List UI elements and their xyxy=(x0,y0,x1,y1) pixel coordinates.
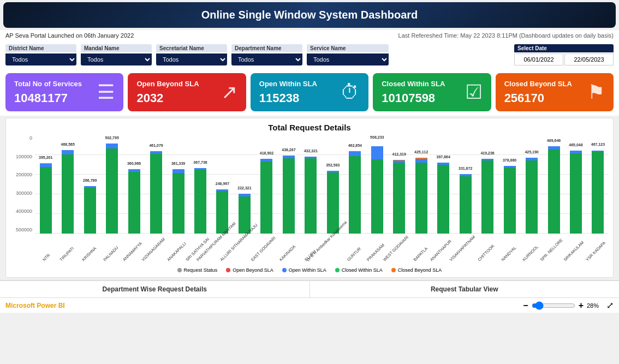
subheader: AP Seva Portal Launched on 06th January … xyxy=(0,30,619,41)
secretariat-label: Secretariat Name xyxy=(156,44,227,52)
stat-icon-closed-within-sla: ☑ xyxy=(465,81,483,104)
stat-card-total: Total No of Services 10481177 ☰ xyxy=(5,73,123,111)
bar-group: 418,902EAST GODAVARI xyxy=(256,135,277,234)
stat-title-open-within-sla: Open Within SLA xyxy=(259,80,317,88)
bar-segment xyxy=(393,163,405,234)
district-select[interactable]: Todos xyxy=(5,53,76,65)
bar-group: 395,201NTR xyxy=(35,135,56,234)
chart-title: Total Request Details xyxy=(10,123,609,132)
bar-segment xyxy=(327,172,339,234)
bar-segment xyxy=(437,165,449,234)
bar-group: 508,233PRAKASAM xyxy=(366,135,388,234)
bar-group: 461,079VIZIANAGARAM xyxy=(145,135,166,234)
bar-segment xyxy=(128,172,140,234)
bar-group: 432,321ELURU xyxy=(300,135,322,234)
stat-icon-total: ☰ xyxy=(97,81,115,104)
y-axis-label: 300000 xyxy=(10,190,32,196)
bar-group: 502,795PALNADU xyxy=(101,135,122,234)
header: Online Single Window System Dashboard AP… xyxy=(0,2,619,41)
stat-title-total: Total No of Services xyxy=(14,80,82,88)
bar-group: 465,048SRIKAKULAM xyxy=(565,135,586,234)
bar-segment xyxy=(106,144,118,148)
bar-group: 489,646SPR. NELLORE xyxy=(543,135,564,234)
bar-segment xyxy=(570,153,582,234)
mandal-filter: Mandal Name Todos xyxy=(81,44,152,65)
stat-title-open-beyond-sla: Open Beyond SLA xyxy=(136,80,199,88)
bar-segment xyxy=(194,170,206,234)
bar-group: 367,736SRI SATHYA SAI xyxy=(189,135,211,234)
bar-group: 468,565TIRUPATI xyxy=(57,135,78,234)
bar-segment xyxy=(40,167,52,234)
plus-icon[interactable]: + xyxy=(579,301,584,311)
stat-value-closed-beyond-sla: 256170 xyxy=(504,91,572,105)
bar-segment xyxy=(548,150,560,234)
bar-group: 467,123YSR KADAPA xyxy=(587,135,609,234)
minus-icon[interactable]: − xyxy=(523,301,528,311)
bar-group: 360,966ANNAMAYYA xyxy=(123,135,145,234)
bar-segment xyxy=(349,151,361,156)
bar-group: 425,190KURNOOL xyxy=(521,135,542,234)
stat-value-closed-within-sla: 10107598 xyxy=(382,91,445,105)
bar-group: 361,339ANAKAPALLI xyxy=(168,135,189,234)
bar-segment xyxy=(62,150,74,154)
bar-segment xyxy=(84,188,96,234)
y-axis-label: 100000 xyxy=(10,154,32,159)
bar-segment xyxy=(260,162,272,234)
stat-card-closed-within-sla: Closed Within SLA 10107598 ☑ xyxy=(373,73,491,111)
secretariat-select[interactable]: Todos xyxy=(156,53,227,65)
secretariat-filter: Secretariat Name Todos xyxy=(156,44,227,65)
stat-card-open-within-sla: Open Within SLA 115238 ⏱ xyxy=(251,73,368,111)
bar-group: 462,854GUNTUR xyxy=(344,135,366,234)
stat-card-closed-beyond-sla: Closed Beyond SLA 256170 ⚑ xyxy=(496,73,614,111)
bar-segment xyxy=(349,156,361,234)
filters-bar: District Name Todos Mandal Name Todos Se… xyxy=(0,41,619,69)
zoom-slider[interactable] xyxy=(532,301,575,310)
bar-segment xyxy=(504,168,516,234)
stat-title-closed-beyond-sla: Closed Beyond SLA xyxy=(504,80,572,88)
service-select[interactable]: Todos xyxy=(307,53,389,65)
bottom-tab[interactable]: Department Wise Request Details xyxy=(0,281,310,297)
brand-link[interactable]: Microsoft Power BI xyxy=(5,302,65,309)
footer-bar: Microsoft Power BI − + 28% ⤢ xyxy=(0,297,619,313)
bar-segment xyxy=(371,146,383,159)
stat-cards-row: Total No of Services 10481177 ☰ Open Bey… xyxy=(0,69,619,116)
date-to-input[interactable] xyxy=(564,53,614,65)
bottom-tabs: Department Wise Request DetailsRequest T… xyxy=(0,280,619,297)
zoom-value: 28% xyxy=(587,302,603,309)
mandal-label: Mandal Name xyxy=(81,44,152,52)
department-select[interactable]: Todos xyxy=(231,53,302,65)
stat-card-open-beyond-sla: Open Beyond SLA 2032 ↗ xyxy=(128,73,246,111)
chart-legend: Request StatusOpen Beyond SLAOpen Within… xyxy=(10,267,609,273)
bar-group: 397,664ANANTHAPUR xyxy=(432,135,454,234)
refreshed-text: Last Refereshed Time: May 22 2023 8:11PM… xyxy=(398,32,614,39)
stat-icon-open-beyond-sla: ↗ xyxy=(221,81,237,104)
bar-segment xyxy=(371,159,383,234)
date-from-input[interactable] xyxy=(514,53,563,65)
y-axis: 5000004000003000002000001000000 xyxy=(10,135,32,234)
stat-value-open-beyond-sla: 2032 xyxy=(136,91,199,105)
stat-title-closed-within-sla: Closed Within SLA xyxy=(382,80,445,88)
bar-group: 378,880NANDYAL xyxy=(499,135,520,234)
bar-segment xyxy=(460,176,472,234)
bar-segment xyxy=(106,148,118,234)
service-filter: Service Name Todos xyxy=(307,44,389,65)
bar-group: 222,321ALLURI SITHARAMA RAJU xyxy=(234,135,255,234)
bar-group: 438,267KAKINADA xyxy=(278,135,299,234)
stat-value-total: 10481177 xyxy=(14,91,82,105)
legend-item: Request Status xyxy=(177,267,218,273)
launched-text: AP Seva Portal Launched on 06th January … xyxy=(5,32,134,39)
date-label: Select Date xyxy=(514,44,614,52)
bar-segment xyxy=(305,158,317,234)
y-axis-label: 0 xyxy=(10,135,32,141)
y-axis-label: 400000 xyxy=(10,208,32,214)
bar-segment xyxy=(150,154,162,234)
bar-group: 331,872VISAKHAPATNAM xyxy=(455,135,476,234)
mandal-select[interactable]: Todos xyxy=(81,53,152,65)
bar-group: 412,319WEST GODAVARI xyxy=(389,135,410,234)
bar-group: 419,236CHITTOOR xyxy=(477,135,498,234)
legend-item: Closed Within SLA xyxy=(335,267,383,273)
bar-segment xyxy=(415,159,427,163)
department-label: Department Name xyxy=(231,44,302,52)
bottom-tab[interactable]: Request Tabular View xyxy=(310,281,620,297)
expand-icon[interactable]: ⤢ xyxy=(606,300,614,311)
